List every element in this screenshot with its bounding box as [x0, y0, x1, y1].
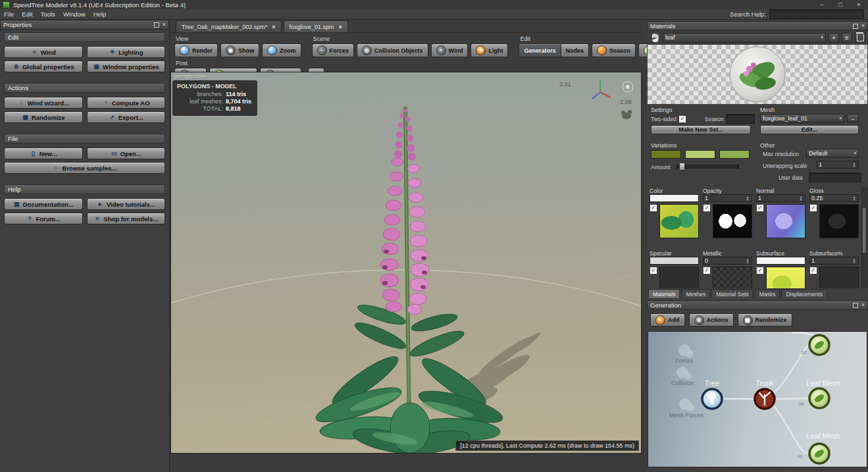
float-icon[interactable] — [853, 303, 858, 308]
subsurface-pct-value[interactable]: 1▴▾ — [809, 257, 859, 265]
map-enabled-checkbox[interactable]: ✓ — [703, 267, 711, 275]
viewport-3d[interactable]: perspective POLYGONS - MODEL branches:11… — [170, 72, 642, 454]
spinner[interactable]: ▴▾ — [852, 162, 857, 167]
tree-node[interactable] — [702, 389, 722, 409]
delete-material-button[interactable] — [855, 33, 865, 43]
generation-graph[interactable]: Forces Collision Mesh Forces 30 36 46 — [648, 331, 867, 467]
mesh-edit-button[interactable]: Edit... — [760, 125, 859, 134]
window-properties-button[interactable]: ▣Window properties — [87, 61, 166, 72]
show-button[interactable]: ◉Show — [220, 43, 259, 57]
camera-label[interactable]: perspective — [174, 73, 205, 80]
close-icon[interactable]: × — [163, 22, 166, 28]
two-sided-checkbox[interactable]: ✓ — [678, 115, 686, 123]
user-data-input[interactable] — [809, 172, 861, 182]
zoom-button[interactable]: ○Zoom — [262, 43, 301, 57]
maximize-button[interactable]: □ — [831, 0, 850, 9]
pan-gizmo-icon[interactable] — [621, 110, 632, 119]
close-icon[interactable]: × — [861, 23, 865, 29]
compute-ao-button[interactable]: ◔Compute AO — [87, 97, 166, 109]
gloss-value[interactable]: 0.25▴▾ — [809, 194, 859, 202]
variation-swatch-3[interactable] — [719, 150, 750, 159]
mesh-goto-button[interactable]: → — [847, 114, 859, 122]
material-select[interactable]: leaf ▾ — [663, 33, 826, 43]
browse-samples-button[interactable]: ○Browse samples... — [4, 162, 165, 174]
map-enabled-checkbox[interactable]: ✓ — [756, 204, 764, 212]
map-enabled-checkbox[interactable]: ✓ — [809, 204, 817, 212]
leaf-mesh-node-3[interactable] — [809, 444, 829, 463]
map-enabled-checkbox[interactable]: ✓ — [650, 204, 657, 212]
subsurface-pct-thumbnail[interactable] — [819, 267, 859, 288]
gloss-map-thumbnail[interactable] — [819, 204, 859, 238]
forces-button[interactable]: ~Forces — [312, 43, 355, 57]
open-button[interactable]: ▭Open... — [87, 147, 166, 159]
wind-wizard-button[interactable]: ↓Wind wizard... — [4, 97, 83, 109]
gen-actions-button[interactable]: ⚙Actions — [689, 313, 734, 327]
global-properties-button[interactable]: ⊕Global properties — [4, 61, 83, 72]
hand-tool-icon[interactable] — [650, 32, 660, 43]
render-button[interactable]: Render — [174, 43, 218, 57]
subsurface-map-thumbnail[interactable] — [766, 267, 805, 288]
trunk-node[interactable] — [755, 389, 775, 409]
season-input[interactable] — [726, 114, 755, 124]
variation-swatch-2[interactable] — [685, 150, 715, 159]
new-button[interactable]: ▯New... — [4, 147, 83, 159]
tab-foxglove[interactable]: foxglove_01.spm × — [284, 20, 348, 32]
tab-tree-oak[interactable]: Tree_Oak_mapMaker_002.spm* × — [176, 20, 282, 32]
minimize-button[interactable]: – — [813, 0, 831, 9]
tab-close-icon[interactable]: × — [272, 24, 275, 30]
gen-randomize-button[interactable]: ▦Randomize — [738, 313, 792, 327]
normal-map-thumbnail[interactable] — [766, 204, 805, 238]
color-map-thumbnail[interactable] — [659, 204, 699, 238]
collision-objects-button[interactable]: ◎Collision Objects — [357, 43, 428, 57]
video-tutorials-button[interactable]: ►Video tutorials... — [87, 198, 166, 210]
scene-wind-button[interactable]: ≈Wind — [431, 43, 469, 57]
orbit-gizmo-icon[interactable] — [623, 82, 633, 92]
tab-material-sets[interactable]: Material Sets — [711, 289, 753, 298]
menu-help[interactable]: Help — [93, 11, 107, 18]
mesh-select[interactable]: foxglove_leaf_01 ▾ — [760, 114, 844, 123]
nodes-tab[interactable]: Nodes — [561, 43, 590, 57]
menu-edit[interactable]: Edit — [22, 11, 32, 18]
close-icon[interactable]: × — [861, 302, 865, 308]
float-icon[interactable] — [154, 22, 159, 28]
randomize-button[interactable]: ▦Randomize — [4, 111, 83, 123]
light-button[interactable]: ☀Light — [471, 43, 508, 57]
shop-models-button[interactable]: ¤Shop for models... — [87, 213, 166, 224]
material-options-button[interactable]: ≡ — [842, 33, 852, 43]
metallic-value[interactable]: 0▴▾ — [703, 257, 752, 265]
menu-window[interactable]: Window — [63, 11, 86, 18]
metallic-map-thumbnail[interactable] — [713, 267, 752, 288]
map-enabled-checkbox[interactable]: ✓ — [756, 267, 764, 275]
search-help-input[interactable] — [769, 9, 864, 19]
documentation-button[interactable]: ▤Documentation... — [4, 198, 83, 210]
amount-slider[interactable] — [676, 163, 739, 169]
menu-file[interactable]: File — [4, 11, 14, 18]
menu-tools[interactable]: Tools — [41, 11, 55, 18]
export-button[interactable]: ↗Export... — [87, 111, 166, 123]
float-icon[interactable] — [853, 24, 858, 29]
normal-value[interactable]: 1▴▾ — [756, 194, 805, 202]
subsurface-swatch[interactable] — [756, 257, 805, 265]
material-preview[interactable] — [648, 45, 867, 104]
materials-scrollbar[interactable] — [861, 188, 867, 288]
tab-displacements[interactable]: Displacements — [781, 289, 827, 298]
tab-masks[interactable]: Masks — [755, 289, 780, 298]
leaf-mesh-node-1[interactable] — [809, 335, 829, 355]
tab-materials[interactable]: Materials — [648, 289, 680, 298]
map-enabled-checkbox[interactable]: ✓ — [650, 267, 657, 275]
make-new-set-button[interactable]: Make New Set... — [651, 125, 751, 134]
variation-swatch-1[interactable] — [651, 150, 681, 159]
close-button[interactable]: × — [850, 0, 868, 9]
map-enabled-checkbox[interactable]: ✓ — [809, 267, 817, 275]
gen-add-button[interactable]: +Add — [650, 313, 685, 327]
generators-tab[interactable]: Generators — [519, 43, 561, 57]
tab-meshes[interactable]: Meshes — [681, 289, 710, 298]
color-swatch[interactable] — [650, 194, 699, 202]
wind-button[interactable]: ≈Wind — [4, 46, 83, 58]
lighting-button[interactable]: ☀Lighting — [87, 46, 166, 58]
specular-map-thumbnail[interactable] — [659, 267, 699, 288]
opacity-map-thumbnail[interactable] — [713, 204, 752, 238]
season-button[interactable]: Season — [592, 43, 636, 57]
max-resolution-select[interactable]: Default ▾ — [806, 149, 859, 158]
leaf-mesh-node-2[interactable] — [809, 388, 829, 408]
